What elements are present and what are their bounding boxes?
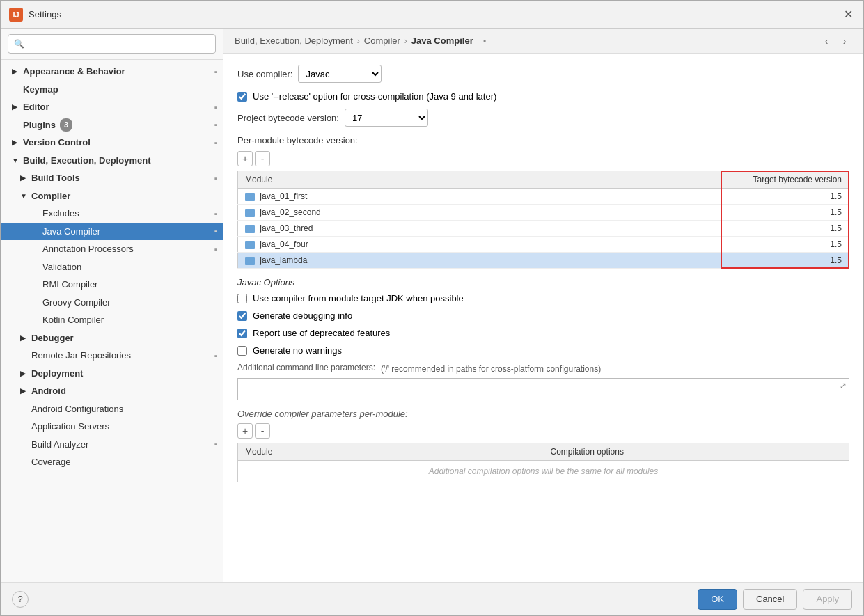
bytecode-version-row: Project bytecode version: 17 — [237, 109, 849, 127]
breadcrumb-sep2: › — [404, 36, 407, 46]
deprecated-label: Report use of deprecated features — [253, 328, 390, 338]
sidebar-item-app-servers[interactable]: Application Servers — [1, 418, 223, 436]
search-input[interactable] — [8, 34, 216, 54]
sidebar-item-coverage[interactable]: Coverage — [1, 453, 223, 471]
table-row[interactable]: java_lambda 1.5 — [238, 253, 849, 269]
sidebar-item-debugger[interactable]: ▶ Debugger — [1, 329, 223, 347]
sidebar-item-excludes[interactable]: Excludes ▪ — [1, 205, 223, 223]
pin-icon-java-compiler: ▪ — [214, 226, 217, 237]
pin-icon-plugins: ▪ — [214, 119, 217, 131]
sidebar-item-keymap[interactable]: Keymap — [1, 81, 223, 99]
sidebar-item-remote-jar[interactable]: Remote Jar Repositories ▪ — [1, 347, 223, 365]
debugging-info-label: Generate debugging info — [253, 310, 352, 321]
additional-params-header: Additional command line parameters: ('/'… — [237, 363, 849, 375]
sidebar-item-android-config[interactable]: Android Configurations — [1, 400, 223, 418]
table-row[interactable]: java_03_thred 1.5 — [238, 221, 849, 237]
sidebar-item-deployment[interactable]: ▶ Deployment — [1, 365, 223, 383]
add-override-button[interactable]: + — [237, 423, 253, 439]
ok-button[interactable]: OK — [698, 589, 737, 610]
additional-params-hint: ('/' recommended in paths for cross-plat… — [381, 364, 601, 374]
forward-button[interactable]: › — [837, 33, 852, 49]
pin-icon-remote-jar: ▪ — [214, 350, 217, 362]
no-warnings-checkbox[interactable] — [237, 346, 247, 356]
sidebar-item-compiler[interactable]: ▼ Compiler — [1, 187, 223, 205]
module-name-cell: java_03_thred — [238, 221, 523, 237]
pin-icon-breadcrumb: ▪ — [483, 36, 486, 46]
use-module-target-row: Use compiler from module target JDK when… — [237, 293, 849, 303]
breadcrumb-bar: Build, Execution, Deployment › Compiler … — [223, 29, 863, 54]
sidebar-tree: ▶ Appearance & Behavior ▪ Keymap ▶ Edito… — [1, 60, 223, 582]
module-name-cell: java_02_second — [238, 205, 523, 221]
version-cell: 1.5 — [523, 253, 849, 269]
app-icon: IJ — [9, 8, 23, 22]
override-label: Override compiler parameters per-module: — [237, 409, 849, 419]
debugging-info-checkbox[interactable] — [237, 311, 247, 321]
sidebar-item-java-compiler[interactable]: Java Compiler ▪ — [1, 223, 223, 241]
module-col-header: Module — [238, 171, 523, 189]
sidebar-item-editor[interactable]: ▶ Editor ▪ — [1, 98, 223, 116]
table-row[interactable]: java_04_four 1.5 — [238, 237, 849, 253]
add-module-button[interactable]: + — [237, 151, 253, 166]
additional-params-input[interactable] — [237, 378, 849, 400]
module-table: Module Target bytecode version java_01_f… — [237, 171, 849, 269]
table-row[interactable]: java_02_second 1.5 — [238, 205, 849, 221]
sidebar-item-plugins[interactable]: Plugins 3 ▪ — [1, 116, 223, 134]
no-warnings-row: Generate no warnings — [237, 345, 849, 356]
override-module-header: Module — [238, 443, 544, 461]
module-name-cell: java_04_four — [238, 237, 523, 253]
sidebar-item-appearance[interactable]: ▶ Appearance & Behavior ▪ — [1, 63, 223, 81]
sidebar-item-validation[interactable]: Validation — [1, 258, 223, 276]
apply-button[interactable]: Apply — [803, 589, 852, 610]
use-module-target-label: Use compiler from module target JDK when… — [253, 293, 464, 303]
sidebar-item-groovy-compiler[interactable]: Groovy Compiler — [1, 294, 223, 312]
arrow-version-control: ▶ — [12, 137, 20, 148]
sidebar-item-annotation-processors[interactable]: Annotation Processors ▪ — [1, 240, 223, 258]
settings-panel: Use compiler: Javac Use '--release' opti… — [223, 54, 863, 582]
close-button[interactable]: ✕ — [841, 8, 855, 22]
plugins-badge: 3 — [60, 118, 72, 132]
override-options-header: Compilation options — [544, 443, 849, 461]
pin-icon-vc: ▪ — [214, 137, 217, 149]
dialog-title: Settings — [29, 9, 841, 19]
sidebar-item-build-analyzer[interactable]: Build Analyzer ▪ — [1, 436, 223, 454]
help-button[interactable]: ? — [12, 591, 29, 608]
pin-icon-build-tools: ▪ — [214, 173, 217, 184]
bottom-bar: ? OK Cancel Apply — [1, 582, 863, 615]
use-module-target-checkbox[interactable] — [237, 294, 247, 303]
title-bar: IJ Settings ✕ — [1, 1, 863, 29]
override-toolbar: + - — [237, 423, 849, 439]
sidebar-item-version-control[interactable]: ▶ Version Control ▪ — [1, 134, 223, 152]
version-cell: 1.5 — [523, 221, 849, 237]
sidebar-item-rmi-compiler[interactable]: RMI Compiler — [1, 276, 223, 294]
breadcrumb-part1: Build, Execution, Deployment — [235, 35, 353, 46]
table-row: Additional compilation options will be t… — [238, 461, 849, 482]
expand-icon: ⤢ — [840, 381, 847, 390]
release-option-checkbox[interactable] — [237, 92, 247, 102]
javac-options-title: Javac Options — [237, 277, 849, 287]
per-module-toolbar: + - — [237, 151, 849, 166]
sidebar-item-android[interactable]: ▶ Android — [1, 382, 223, 400]
table-row[interactable]: java_01_first 1.5 — [238, 189, 849, 205]
folder-icon — [245, 241, 255, 249]
back-button[interactable]: ‹ — [819, 33, 834, 49]
sidebar-item-build-execution[interactable]: ▼ Build, Execution, Deployment — [1, 152, 223, 170]
main-content: Build, Execution, Deployment › Compiler … — [223, 29, 863, 582]
arrow-deployment: ▶ — [20, 368, 29, 379]
remove-module-button[interactable]: - — [255, 151, 270, 166]
folder-icon — [245, 209, 255, 217]
bytecode-version-select[interactable]: 17 — [345, 109, 428, 127]
deprecated-checkbox[interactable] — [237, 329, 247, 338]
settings-dialog: IJ Settings ✕ ▶ Appearance & Behavior ▪ … — [0, 0, 864, 616]
additional-params-label: Additional command line parameters: — [237, 363, 375, 372]
version-cell: 1.5 — [523, 189, 849, 205]
module-table-wrapper: Module Target bytecode version java_01_f… — [237, 171, 849, 269]
pin-icon-excludes: ▪ — [214, 208, 217, 220]
sidebar-item-build-tools[interactable]: ▶ Build Tools ▪ — [1, 169, 223, 187]
remove-override-button[interactable]: - — [255, 423, 270, 439]
sidebar-item-kotlin-compiler[interactable]: Kotlin Compiler — [1, 311, 223, 329]
cancel-button[interactable]: Cancel — [743, 589, 797, 610]
compiler-select[interactable]: Javac — [298, 65, 382, 83]
arrow-android: ▶ — [20, 386, 29, 396]
breadcrumb-part3: Java Compiler — [411, 35, 473, 46]
dialog-body: ▶ Appearance & Behavior ▪ Keymap ▶ Edito… — [1, 29, 863, 582]
